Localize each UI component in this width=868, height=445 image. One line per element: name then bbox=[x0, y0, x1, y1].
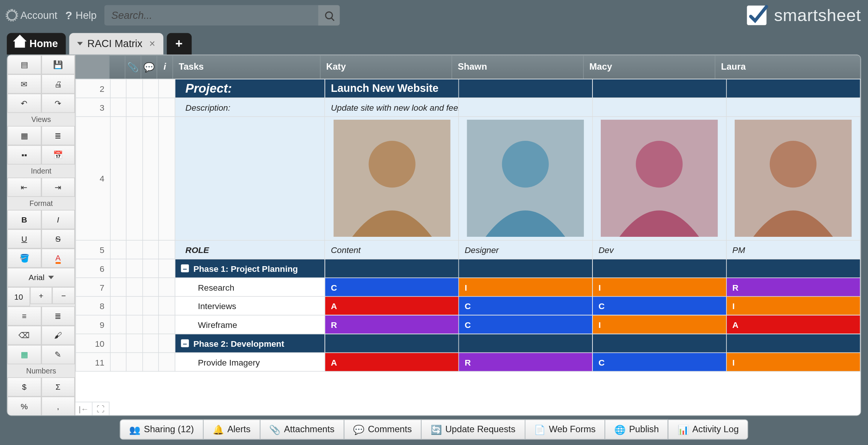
photo-cell[interactable] bbox=[726, 117, 860, 241]
task-name-cell[interactable]: Provide Imagery bbox=[175, 353, 325, 372]
cell[interactable] bbox=[459, 79, 593, 98]
comment-cell[interactable] bbox=[143, 315, 159, 334]
raci-cell[interactable]: C bbox=[592, 353, 726, 372]
print-button[interactable]: 🖨 bbox=[41, 74, 75, 93]
comment-cell[interactable] bbox=[143, 334, 159, 353]
search-input[interactable] bbox=[105, 9, 318, 21]
attachment-col-header[interactable]: 📎 bbox=[125, 55, 141, 79]
role-row[interactable]: 5 ROLEContentDesignerDevPM bbox=[76, 240, 860, 259]
role-cell[interactable]: Content bbox=[325, 240, 459, 259]
role-cell[interactable]: Designer bbox=[459, 240, 593, 259]
expand-cell[interactable] bbox=[110, 296, 126, 315]
task-name-cell[interactable]: Research bbox=[175, 278, 325, 297]
comment-cell[interactable] bbox=[143, 278, 159, 297]
outdent-button[interactable]: ⇤ bbox=[8, 178, 41, 197]
row-number[interactable]: 9 bbox=[76, 315, 110, 334]
font-size-down[interactable]: − bbox=[52, 287, 75, 304]
desc-label-cell[interactable]: Description: bbox=[175, 98, 325, 117]
comment-cell[interactable] bbox=[143, 259, 159, 278]
row-number[interactable]: 6 bbox=[76, 259, 110, 278]
gantt-view-button[interactable]: ≣ bbox=[41, 126, 75, 145]
tab-home[interactable]: Home bbox=[7, 33, 66, 54]
cell[interactable] bbox=[175, 117, 325, 241]
undo-button[interactable]: ↶ bbox=[8, 94, 41, 113]
role-cell[interactable]: Dev bbox=[592, 240, 726, 259]
redo-button[interactable]: ↷ bbox=[41, 94, 75, 113]
cell[interactable] bbox=[592, 98, 726, 117]
font-select[interactable]: Arial bbox=[8, 268, 75, 287]
expand-cell[interactable] bbox=[110, 117, 126, 241]
raci-cell[interactable]: C bbox=[592, 296, 726, 315]
photo-cell[interactable] bbox=[459, 117, 593, 241]
cell[interactable] bbox=[726, 259, 860, 278]
tab-sheet[interactable]: RACI Matrix × bbox=[69, 33, 163, 54]
comments-button[interactable]: 💬 Comments bbox=[344, 419, 421, 440]
phase-title-cell[interactable]: – Phase 2: Development bbox=[175, 334, 325, 353]
cell[interactable] bbox=[726, 334, 860, 353]
raci-cell[interactable]: I bbox=[726, 353, 860, 372]
expand-cell[interactable] bbox=[110, 79, 126, 98]
info-cell[interactable] bbox=[159, 98, 175, 117]
task-row[interactable]: 11 Provide ImageryARCI bbox=[76, 353, 860, 372]
attach-cell[interactable] bbox=[126, 315, 143, 334]
help-menu[interactable]: ? Help bbox=[65, 9, 96, 22]
currency-button[interactable]: $ bbox=[8, 377, 41, 396]
raci-cell[interactable]: A bbox=[325, 353, 459, 372]
comment-cell[interactable] bbox=[143, 117, 159, 241]
fullscreen-button[interactable]: ⛶ bbox=[93, 402, 110, 415]
clear-format-button[interactable]: ⌫ bbox=[8, 326, 41, 345]
tab-dropdown-icon[interactable] bbox=[77, 42, 83, 48]
font-size-select[interactable]: 10 bbox=[8, 287, 30, 306]
cell[interactable] bbox=[726, 98, 860, 117]
comment-cell[interactable] bbox=[143, 79, 159, 98]
row-number[interactable]: 8 bbox=[76, 296, 110, 315]
account-menu[interactable]: Account bbox=[7, 9, 57, 21]
publish-button[interactable]: 🌐 Publish bbox=[605, 419, 669, 440]
raci-cell[interactable]: I bbox=[726, 296, 860, 315]
percent-button[interactable]: % bbox=[8, 396, 41, 415]
comment-cell[interactable] bbox=[143, 353, 159, 372]
photo-cell[interactable] bbox=[592, 117, 726, 241]
raci-cell[interactable]: C bbox=[325, 278, 459, 297]
task-name-cell[interactable]: Wireframe bbox=[175, 315, 325, 334]
raci-cell[interactable]: A bbox=[726, 315, 860, 334]
attach-cell[interactable] bbox=[126, 259, 143, 278]
expand-cell[interactable] bbox=[110, 259, 126, 278]
italic-button[interactable]: I bbox=[41, 210, 75, 229]
update-requests-button[interactable]: 🔄 Update Requests bbox=[422, 419, 525, 440]
expand-cell[interactable] bbox=[110, 278, 126, 297]
expand-cell[interactable] bbox=[110, 334, 126, 353]
web-forms-button[interactable]: 📄 Web Forms bbox=[525, 419, 605, 440]
fill-color-button[interactable]: 🪣 bbox=[8, 248, 41, 268]
expand-cell[interactable] bbox=[110, 240, 126, 259]
raci-cell[interactable]: I bbox=[592, 278, 726, 297]
col-header-person-0[interactable]: Katy bbox=[320, 55, 452, 79]
comment-cell[interactable] bbox=[143, 296, 159, 315]
task-row[interactable]: 9 WireframeRCIA bbox=[76, 315, 860, 334]
mail-button[interactable]: ✉ bbox=[8, 74, 41, 93]
grid-scroll[interactable]: 2 Project: Launch New Website 3 Descript… bbox=[75, 79, 860, 415]
text-color-button[interactable]: A bbox=[41, 248, 75, 268]
raci-cell[interactable]: R bbox=[459, 353, 593, 372]
task-name-cell[interactable]: Interviews bbox=[175, 296, 325, 315]
conditional-format-button[interactable]: ▦ bbox=[8, 345, 41, 364]
role-label-cell[interactable]: ROLE bbox=[175, 240, 325, 259]
align-v-button[interactable]: ≣ bbox=[41, 306, 75, 326]
row-number[interactable]: 3 bbox=[76, 98, 110, 117]
info-cell[interactable] bbox=[159, 259, 175, 278]
tab-close-icon[interactable]: × bbox=[149, 38, 155, 50]
align-h-button[interactable]: ≡ bbox=[8, 306, 41, 326]
row-number[interactable]: 11 bbox=[76, 353, 110, 372]
attach-cell[interactable] bbox=[126, 353, 143, 372]
expand-cell[interactable] bbox=[110, 315, 126, 334]
phase-row[interactable]: 6 – Phase 1: Project Planning bbox=[76, 259, 860, 278]
row-number[interactable]: 5 bbox=[76, 240, 110, 259]
bold-button[interactable]: B bbox=[8, 210, 41, 229]
description-row[interactable]: 3 Description: Update site with new look… bbox=[76, 98, 860, 117]
info-cell[interactable] bbox=[159, 296, 175, 315]
cell[interactable] bbox=[325, 259, 459, 278]
row-number[interactable]: 2 bbox=[76, 79, 110, 98]
cell[interactable] bbox=[325, 334, 459, 353]
raci-cell[interactable]: I bbox=[459, 278, 593, 297]
photo-cell[interactable] bbox=[325, 117, 459, 241]
